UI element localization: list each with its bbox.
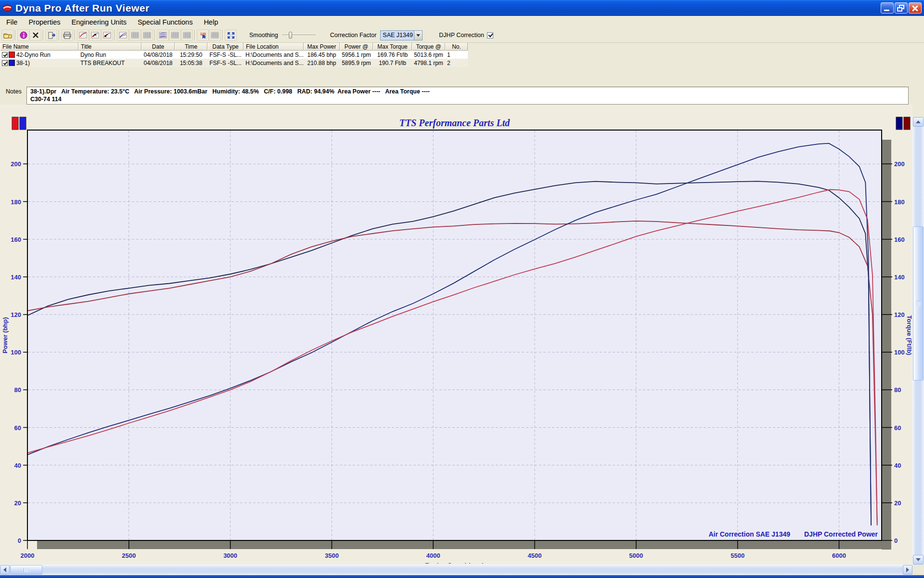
minimize-button[interactable]: [881, 2, 894, 13]
table-cell: Dyno Run: [78, 51, 141, 59]
close-file-button[interactable]: [29, 29, 41, 41]
data-grid-button-1[interactable]: [129, 29, 141, 41]
rpm-axis-tick: 2000: [21, 552, 35, 559]
table-cell: FSF-S -SL...: [207, 59, 244, 67]
run-enabled-checkbox[interactable]: [2, 60, 8, 66]
open-file-button[interactable]: [1, 29, 13, 41]
rpm-axis-tick: 5500: [731, 552, 744, 559]
smoothing-slider-thumb[interactable]: [289, 32, 292, 39]
column-header[interactable]: Power @: [340, 43, 373, 51]
torque-legend-swatch-darkred: [904, 117, 910, 130]
menu-bar: File Properties Engineering Units Specia…: [0, 16, 924, 28]
scroll-up-icon: [916, 120, 921, 123]
chevron-down-icon: [416, 34, 420, 37]
graph-zoom-out-button[interactable]: [101, 29, 113, 41]
file-name: 38-1): [16, 60, 30, 66]
scroll-down-button[interactable]: [913, 555, 924, 565]
notes-box[interactable]: 38-1).Dpr Air Temperature: 23.5°C Air Pr…: [26, 87, 909, 105]
data-grid-button-5[interactable]: [209, 29, 221, 41]
scroll-right-icon: [906, 567, 909, 572]
full-screen-button[interactable]: [225, 29, 237, 41]
graph-zoom-in-icon: [91, 32, 99, 39]
run-color-swatch: [9, 52, 15, 58]
column-header[interactable]: Max Power: [304, 43, 340, 51]
scroll-right-button[interactable]: [903, 565, 912, 575]
column-header[interactable]: Title: [78, 43, 141, 51]
power-legend-swatch-blue: [20, 117, 26, 130]
close-button[interactable]: [909, 2, 922, 13]
power-axis-tick: 160: [11, 236, 21, 243]
vertical-scroll-thumb[interactable]: [913, 226, 924, 381]
file-info-button[interactable]: [17, 29, 29, 41]
notes-line-1: 38-1).Dpr Air Temperature: 23.5°C Air Pr…: [30, 88, 905, 95]
vertical-scrollbar[interactable]: [912, 117, 924, 565]
table-cell: FSF-S -SL...: [207, 51, 244, 59]
file-table: File NameTitleDateTimeData TypeFile Loca…: [0, 43, 468, 67]
menu-file[interactable]: File: [1, 17, 22, 27]
column-header[interactable]: File Location: [244, 43, 304, 51]
table-cell: 210.88 bhp: [304, 59, 340, 67]
menu-engineering-units[interactable]: Engineering Units: [66, 17, 131, 27]
table-cell: 4798.1 rpm: [412, 59, 445, 67]
table-cell: 15:05:38: [175, 59, 207, 67]
scroll-up-button[interactable]: [913, 117, 924, 127]
correction-factor-label: Correction Factor: [330, 32, 377, 39]
djhp-correction-checkbox[interactable]: [487, 32, 493, 39]
column-header[interactable]: Data Type: [207, 43, 244, 51]
run-enabled-checkbox[interactable]: [2, 52, 8, 58]
table-cell: 2: [445, 59, 468, 67]
graph-overlay-icon: [119, 32, 127, 39]
column-header[interactable]: Time: [175, 43, 207, 51]
title-bar[interactable]: Dyna Pro After Run Viewer: [0, 0, 924, 16]
graph-view-button[interactable]: [77, 29, 89, 41]
table-cell: H:\Documents and S...: [244, 51, 304, 59]
data-grid-button-3[interactable]: [169, 29, 181, 41]
restore-button[interactable]: [895, 2, 908, 13]
rpm-axis-tick: 4500: [528, 552, 542, 559]
scroll-left-button[interactable]: [0, 565, 10, 575]
data-grid-button-2[interactable]: [141, 29, 153, 41]
power-axis-tick: 0: [18, 537, 21, 544]
air-correction-annotation: Air Correction SAE J1349: [708, 530, 790, 538]
horizontal-scrollbar[interactable]: [0, 565, 912, 575]
column-header[interactable]: Date: [141, 43, 175, 51]
menu-help[interactable]: Help: [199, 17, 223, 27]
power-axis-tick: 100: [11, 349, 21, 356]
column-header[interactable]: File Name: [0, 43, 78, 51]
torque-axis-tick: 20: [894, 499, 901, 507]
torque-axis-label: Torque (Ft/lb): [906, 315, 912, 355]
graph-multi-run-button[interactable]: [157, 29, 169, 41]
graph-overlay-button[interactable]: [117, 29, 129, 41]
graph-zoom-out-icon: [103, 32, 111, 39]
power-axis-tick: 180: [11, 198, 21, 206]
data-grid-button-4[interactable]: [181, 29, 193, 41]
file-table-row[interactable]: 42-Dyno RunDyno Run04/08/201815:29:50FSF…: [0, 51, 468, 59]
chart-title: TTS Performance Parts Ltd: [399, 118, 510, 129]
open-folder-icon: [3, 32, 12, 39]
app-icon: [2, 4, 12, 12]
file-table-row[interactable]: 38-1)TTS BREAKOUT04/08/201815:05:38FSF-S…: [0, 59, 468, 67]
graph-multi-run-icon: [159, 32, 167, 39]
table-cell: H:\Documents and S...: [244, 59, 304, 67]
exit-door-icon: [48, 32, 55, 39]
print-button[interactable]: [61, 29, 73, 41]
point-values-icon: 123: [199, 32, 207, 39]
table-cell: 5956.1 rpm: [340, 51, 373, 59]
full-screen-arrows-icon: [227, 32, 235, 39]
menu-special-functions[interactable]: Special Functions: [133, 17, 197, 27]
smoothing-slider[interactable]: [282, 31, 316, 39]
table-cell: 5013.6 rpm: [412, 51, 445, 59]
graph-zoom-in-button[interactable]: [89, 29, 101, 41]
column-header[interactable]: Max Torque: [373, 43, 412, 51]
column-header[interactable]: Torque @: [412, 43, 445, 51]
power-legend-swatch-red: [12, 117, 18, 130]
exit-button[interactable]: [45, 29, 57, 41]
correction-factor-select[interactable]: SAE J1349: [380, 30, 423, 40]
horizontal-scroll-thumb[interactable]: [10, 565, 42, 575]
combo-dropdown-button[interactable]: [414, 31, 422, 40]
column-header[interactable]: No.: [445, 43, 468, 51]
window-bottom-border: [0, 575, 924, 578]
point-values-button[interactable]: 123: [197, 29, 209, 41]
menu-properties[interactable]: Properties: [24, 17, 65, 27]
torque-axis-tick: 180: [894, 198, 905, 206]
